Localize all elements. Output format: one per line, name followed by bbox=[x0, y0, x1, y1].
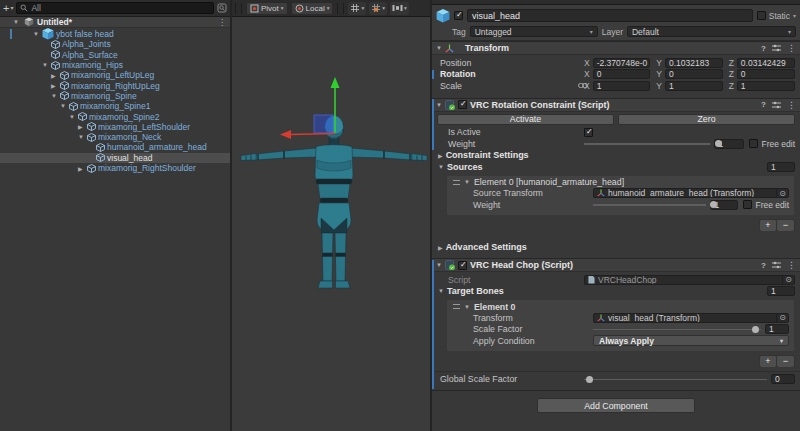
tag-dropdown[interactable]: Untagged ▾ bbox=[470, 26, 598, 37]
add-component-button[interactable]: Add Component bbox=[537, 398, 695, 413]
foldout-open-icon[interactable]: ▼ bbox=[436, 45, 442, 51]
component-enabled-checkbox[interactable] bbox=[458, 261, 467, 270]
target-bones-count-field[interactable]: 1 bbox=[767, 286, 795, 296]
global-scale-field[interactable]: 0 bbox=[771, 374, 795, 384]
chevron-down-icon[interactable]: ▾ bbox=[793, 12, 796, 19]
active-checkbox[interactable] bbox=[454, 11, 463, 20]
weight-slider[interactable] bbox=[584, 139, 710, 148]
foldout-open-icon[interactable]: ▼ bbox=[78, 134, 87, 140]
scale-y-field[interactable]: 1 bbox=[665, 81, 723, 91]
hierarchy-search[interactable] bbox=[16, 2, 214, 14]
hierarchy-item-hips[interactable]: ▼ mixamorig_Hips bbox=[0, 60, 230, 70]
create-object-button[interactable]: +▾ bbox=[3, 3, 13, 14]
remove-element-button[interactable]: − bbox=[777, 356, 794, 367]
foldout-open-icon[interactable]: ▼ bbox=[438, 288, 444, 294]
foldout-open-icon[interactable]: ▼ bbox=[33, 31, 42, 37]
object-picker-icon[interactable]: ⊙ bbox=[776, 313, 786, 322]
foldout-open-icon[interactable]: ▼ bbox=[69, 114, 78, 120]
layer-dropdown[interactable]: Default ▾ bbox=[627, 26, 796, 37]
advanced-settings-row[interactable]: ▶ Advanced Settings bbox=[432, 242, 800, 254]
hierarchy-item-rightshoulder[interactable]: ▶ mixamorig_RightShoulder bbox=[0, 163, 230, 173]
kebab-menu-icon[interactable]: ⋮ bbox=[787, 100, 796, 110]
hierarchy-item-spine1[interactable]: ▼ mixamorig_Spine1 bbox=[0, 101, 230, 111]
position-y-field[interactable]: 0.1032183 bbox=[665, 58, 723, 68]
foldout-closed-icon[interactable]: ▶ bbox=[78, 123, 87, 130]
foldout-closed-icon[interactable]: ▶ bbox=[438, 152, 443, 159]
scale-x-field[interactable]: 1 bbox=[593, 81, 651, 91]
foldout-open-icon[interactable]: ▼ bbox=[438, 164, 444, 170]
foldout-open-icon[interactable]: ▼ bbox=[60, 103, 69, 109]
transform-header[interactable]: ▼ Transform ? ⋮ bbox=[432, 42, 800, 55]
static-checkbox[interactable] bbox=[757, 11, 766, 20]
element-weight-slider[interactable] bbox=[593, 200, 706, 209]
kebab-menu-icon[interactable]: ⋮ bbox=[218, 18, 226, 27]
is-active-checkbox[interactable] bbox=[584, 128, 593, 137]
foldout-open-icon[interactable]: ▼ bbox=[436, 102, 442, 108]
foldout-closed-icon[interactable]: ▶ bbox=[78, 165, 87, 172]
foldout-closed-icon[interactable]: ▶ bbox=[438, 244, 443, 251]
pivot-mode-button[interactable]: Pivot ▾ bbox=[246, 2, 288, 15]
element-0-header[interactable]: ▼ Element 0 bbox=[447, 301, 794, 312]
remove-element-button[interactable]: − bbox=[777, 220, 794, 231]
local-space-button[interactable]: Local ▾ bbox=[291, 2, 334, 15]
rotation-z-field[interactable]: 0 bbox=[737, 69, 795, 79]
hierarchy-item-leftshoulder[interactable]: ▶ mixamorig_LeftShoulder bbox=[0, 122, 230, 132]
presets-icon[interactable] bbox=[772, 261, 781, 269]
help-icon[interactable]: ? bbox=[761, 44, 766, 53]
grid-snapping-button[interactable]: ▾ bbox=[369, 2, 387, 15]
activate-button[interactable]: Activate bbox=[437, 114, 614, 125]
add-element-button[interactable]: + bbox=[760, 356, 777, 367]
hierarchy-item-leftupleg[interactable]: ▶ mixamorig_LeftUpLeg bbox=[0, 70, 230, 80]
target-bones-row[interactable]: ▼ Target Bones 1 bbox=[432, 286, 800, 298]
presets-icon[interactable] bbox=[772, 101, 781, 109]
free-edit-checkbox[interactable] bbox=[743, 200, 752, 209]
help-icon[interactable]: ? bbox=[761, 261, 766, 270]
scale-link-icon[interactable] bbox=[578, 82, 588, 89]
script-field[interactable]: VRCHeadChop ⊙ bbox=[584, 275, 795, 285]
object-picker-icon[interactable]: ⊙ bbox=[776, 189, 786, 198]
foldout-open-icon[interactable]: ▼ bbox=[464, 304, 470, 310]
drag-handle-icon[interactable] bbox=[453, 180, 460, 185]
foldout-open-icon[interactable]: ▼ bbox=[42, 62, 51, 68]
hierarchy-item-alpha-surface[interactable]: Alpha_Surface bbox=[0, 50, 230, 60]
hierarchy-item-alpha-joints[interactable]: Alpha_Joints bbox=[0, 39, 230, 49]
object-picker-icon[interactable]: ⊙ bbox=[782, 275, 792, 284]
constraint-settings-row[interactable]: ▶ Constraint Settings bbox=[432, 150, 800, 162]
component-enabled-checkbox[interactable] bbox=[458, 100, 467, 109]
global-scale-slider[interactable] bbox=[584, 375, 767, 384]
hierarchy-item-visual-head[interactable]: visual_head bbox=[0, 153, 230, 163]
zero-button[interactable]: Zero bbox=[618, 114, 795, 125]
kebab-menu-icon[interactable]: ⋮ bbox=[787, 43, 796, 53]
name-field[interactable]: visual_head bbox=[467, 9, 753, 22]
element-0-header[interactable]: ▼ Element 0 [humanoid_armature_head] bbox=[447, 177, 794, 188]
foldout-open-icon[interactable]: ▼ bbox=[464, 179, 470, 185]
kebab-menu-icon[interactable]: ⋮ bbox=[787, 260, 796, 270]
hierarchy-item-humanoid-armature-head[interactable]: humanoid_armature_head bbox=[0, 142, 230, 152]
scene-row-untitled[interactable]: ▼ Untitled* ⋮ bbox=[0, 17, 230, 28]
apply-condition-dropdown[interactable]: Always Apply ▾ bbox=[593, 335, 789, 346]
gameobject-cube-icon[interactable] bbox=[436, 9, 450, 23]
hierarchy-item-spine[interactable]: ▼ mixamorig_Spine bbox=[0, 91, 230, 101]
position-z-field[interactable]: 0.03142429 bbox=[737, 58, 795, 68]
search-window-icon[interactable] bbox=[217, 3, 227, 13]
foldout-closed-icon[interactable]: ▶ bbox=[51, 72, 60, 79]
help-icon[interactable]: ? bbox=[761, 100, 766, 109]
position-x-field[interactable]: -2.370748e-0 bbox=[593, 58, 651, 68]
grid-visibility-button[interactable]: ▾ bbox=[348, 2, 366, 15]
sources-row[interactable]: ▼ Sources 1 bbox=[432, 161, 800, 173]
add-element-button[interactable]: + bbox=[760, 220, 777, 231]
hierarchy-item-spine2[interactable]: ▼ mixamorig_Spine2 bbox=[0, 111, 230, 121]
hierarchy-item-neck[interactable]: ▼ mixamorig_Neck bbox=[0, 132, 230, 142]
presets-icon[interactable] bbox=[772, 44, 781, 52]
hierarchy-item-ybot-false-head[interactable]: ▼ ybot false head bbox=[0, 29, 230, 39]
scale-factor-field[interactable]: 1 bbox=[765, 324, 789, 334]
scene-viewport[interactable] bbox=[232, 17, 430, 431]
hierarchy-search-input[interactable] bbox=[31, 3, 210, 13]
free-edit-checkbox[interactable] bbox=[749, 139, 758, 148]
bone-transform-field[interactable]: visual_head (Transform) ⊙ bbox=[593, 313, 789, 323]
rotation-x-field[interactable]: 0 bbox=[593, 69, 651, 79]
rotation-y-field[interactable]: 0 bbox=[665, 69, 723, 79]
scale-z-field[interactable]: 1 bbox=[737, 81, 795, 91]
foldout-open-icon[interactable]: ▼ bbox=[13, 19, 19, 25]
rotation-constraint-header[interactable]: ▼ VRC Rotation Constraint (Script) ? ⋮ bbox=[432, 99, 800, 112]
